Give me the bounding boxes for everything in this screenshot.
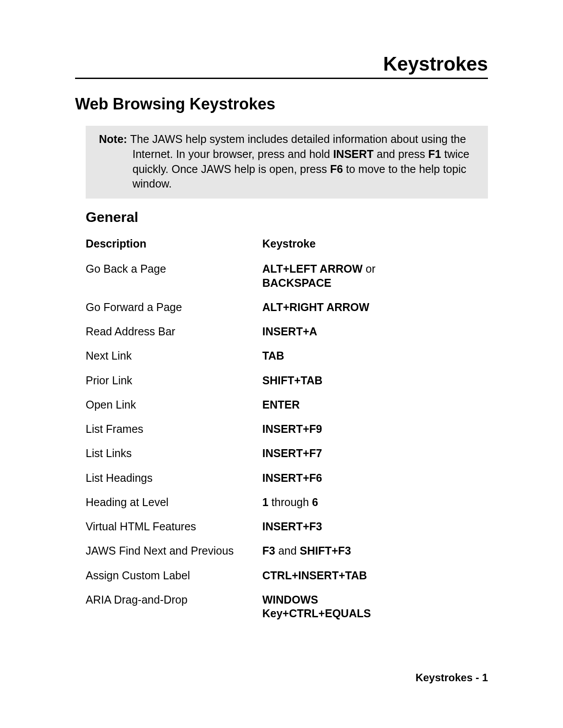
description-cell: JAWS Find Next and Previous bbox=[86, 544, 262, 558]
column-header-keystroke: Keystroke bbox=[262, 237, 421, 251]
keystroke-cell: ALT+RIGHT ARROW bbox=[262, 300, 421, 314]
description-cell: Open Link bbox=[86, 398, 262, 412]
keystroke-cell: INSERT+F3 bbox=[262, 520, 421, 533]
keystroke-segment: and bbox=[275, 544, 300, 557]
page-title: Keystrokes bbox=[75, 53, 488, 75]
page-footer: Keystrokes - 1 bbox=[416, 672, 488, 684]
page-subtitle: Web Browsing Keystrokes bbox=[75, 95, 488, 113]
note-insert: INSERT bbox=[333, 148, 374, 160]
keystroke-cell: ALT+LEFT ARROW or BACKSPACE bbox=[262, 262, 421, 290]
keystroke-segment: 6 bbox=[312, 496, 318, 508]
table-row: Virtual HTML FeaturesINSERT+F3 bbox=[86, 520, 421, 533]
table-row: Assign Custom LabelCTRL+INSERT+TAB bbox=[86, 569, 421, 582]
table-row: Go Forward a PageALT+RIGHT ARROW bbox=[86, 300, 421, 314]
keystroke-segment: SHIFT+F3 bbox=[300, 544, 351, 557]
table-row: Read Address BarINSERT+A bbox=[86, 325, 421, 338]
keystroke-segment: INSERT+F7 bbox=[262, 447, 322, 459]
keystroke-segment: INSERT+F3 bbox=[262, 520, 322, 533]
keystroke-cell: INSERT+F7 bbox=[262, 447, 421, 460]
keystroke-segment: 1 bbox=[262, 496, 268, 508]
note-f1: F1 bbox=[428, 148, 441, 160]
keystroke-segment: ALT+RIGHT ARROW bbox=[262, 301, 369, 313]
keystroke-table: Description Keystroke Go Back a PageALT+… bbox=[86, 237, 421, 620]
keystroke-segment: through bbox=[268, 496, 312, 508]
keystroke-segment: F3 bbox=[262, 544, 275, 557]
description-cell: List Headings bbox=[86, 471, 262, 485]
keystroke-segment: TAB bbox=[262, 349, 284, 362]
table-row: List FramesINSERT+F9 bbox=[86, 422, 421, 436]
keystroke-segment: INSERT+F9 bbox=[262, 423, 322, 435]
keystroke-cell: 1 through 6 bbox=[262, 495, 421, 509]
table-row: ARIA Drag-and-DropWINDOWS Key+CTRL+EQUAL… bbox=[86, 593, 421, 621]
keystroke-cell: INSERT+F9 bbox=[262, 422, 421, 436]
note-label: Note: bbox=[99, 133, 130, 145]
keystroke-segment: INSERT+A bbox=[262, 325, 317, 338]
description-cell: Assign Custom Label bbox=[86, 569, 262, 582]
keystroke-cell: SHIFT+TAB bbox=[262, 374, 421, 387]
description-cell: Go Back a Page bbox=[86, 262, 262, 276]
keystroke-segment: INSERT+F6 bbox=[262, 472, 322, 484]
table-row: JAWS Find Next and PreviousF3 and SHIFT+… bbox=[86, 544, 421, 558]
column-header-description: Description bbox=[86, 237, 262, 251]
description-cell: Read Address Bar bbox=[86, 325, 262, 338]
keystroke-segment: ENTER bbox=[262, 398, 300, 411]
note-box: Note: The JAWS help system includes deta… bbox=[86, 126, 488, 199]
keystroke-segment: ALT+LEFT ARROW bbox=[262, 263, 363, 275]
table-row: List LinksINSERT+F7 bbox=[86, 447, 421, 460]
description-cell: Heading at Level bbox=[86, 495, 262, 509]
keystroke-segment: CTRL+INSERT+TAB bbox=[262, 569, 367, 582]
note-text: and press bbox=[374, 148, 428, 160]
description-cell: List Links bbox=[86, 447, 262, 460]
table-row: Prior LinkSHIFT+TAB bbox=[86, 374, 421, 387]
note-f6: F6 bbox=[330, 163, 343, 175]
table-row: Open LinkENTER bbox=[86, 398, 421, 412]
keystroke-cell: F3 and SHIFT+F3 bbox=[262, 544, 421, 558]
keystroke-cell: TAB bbox=[262, 349, 421, 363]
table-row: Next LinkTAB bbox=[86, 349, 421, 363]
table-row: List HeadingsINSERT+F6 bbox=[86, 471, 421, 485]
keystroke-cell: INSERT+F6 bbox=[262, 471, 421, 485]
description-cell: List Frames bbox=[86, 422, 262, 436]
description-cell: Go Forward a Page bbox=[86, 300, 262, 314]
description-cell: Next Link bbox=[86, 349, 262, 363]
keystroke-segment: BACKSPACE bbox=[262, 277, 332, 289]
keystroke-cell: ENTER bbox=[262, 398, 421, 412]
description-cell: ARIA Drag-and-Drop bbox=[86, 593, 262, 607]
description-cell: Virtual HTML Features bbox=[86, 520, 262, 533]
keystroke-cell: INSERT+A bbox=[262, 325, 421, 338]
keystroke-segment: WINDOWS Key+CTRL+EQUALS bbox=[262, 593, 371, 619]
table-header: Description Keystroke bbox=[86, 237, 421, 251]
table-row: Heading at Level1 through 6 bbox=[86, 495, 421, 509]
section-heading: General bbox=[86, 209, 488, 225]
keystroke-cell: WINDOWS Key+CTRL+EQUALS bbox=[262, 593, 421, 621]
table-row: Go Back a PageALT+LEFT ARROW or BACKSPAC… bbox=[86, 262, 421, 290]
keystroke-cell: CTRL+INSERT+TAB bbox=[262, 569, 421, 582]
keystroke-segment: SHIFT+TAB bbox=[262, 374, 322, 387]
description-cell: Prior Link bbox=[86, 374, 262, 387]
keystroke-segment: or bbox=[363, 263, 375, 275]
